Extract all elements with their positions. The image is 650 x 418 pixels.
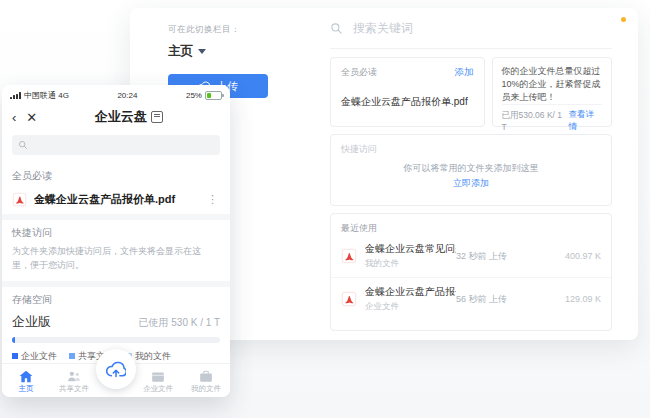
file-size: 400.97 K xyxy=(546,251,601,261)
home-icon xyxy=(19,370,33,383)
tab-shared-files[interactable]: 共享文件 xyxy=(54,370,94,394)
recent-card: 最近使用 金蝶企业云盘常见问题（20181114修订）.pdf 我的文件 32 … xyxy=(330,213,612,331)
legend-swatch-shared xyxy=(69,353,75,359)
close-icon[interactable]: ✕ xyxy=(26,111,37,124)
org-switch-icon[interactable] xyxy=(151,111,163,123)
usage-detail-link[interactable]: 查看详情 xyxy=(568,109,602,133)
file-size: 129.09 K xyxy=(546,294,601,304)
search-icon xyxy=(18,140,28,150)
signal-icon xyxy=(10,92,21,99)
quick-access-title: 快捷访问 xyxy=(341,143,601,156)
tab-home[interactable]: 主页 xyxy=(6,370,46,394)
briefcase-icon xyxy=(199,370,213,383)
recent-title: 最近使用 xyxy=(331,222,611,235)
quick-access-empty-text: 你可以将常用的文件夹添加到这里 xyxy=(331,161,611,176)
clock-label: 20:24 xyxy=(117,91,137,100)
folder-icon xyxy=(151,370,165,383)
status-bar: 中国联通 4G 20:24 25% xyxy=(2,85,230,103)
desktop-search-bar[interactable] xyxy=(330,8,612,48)
plan-name: 企业版 xyxy=(12,313,51,331)
file-location: 我的文件 xyxy=(365,258,456,270)
more-menu-icon[interactable]: ⋮ xyxy=(205,193,220,206)
add-link[interactable]: 添加 xyxy=(455,66,474,79)
legend-label: 企业文件 xyxy=(21,350,57,363)
legend-swatch-enterprise xyxy=(12,353,18,359)
section-switcher[interactable]: 主页 xyxy=(168,43,330,60)
tab-my-files[interactable]: 我的文件 xyxy=(186,370,226,394)
pdf-icon xyxy=(341,291,357,307)
page-title: 企业云盘 xyxy=(95,108,147,126)
mobile-navbar: ‹ ✕ 企业云盘 xyxy=(2,103,230,131)
quick-access-add-link[interactable]: 立即添加 xyxy=(453,178,489,188)
people-icon xyxy=(67,370,81,383)
pdf-icon xyxy=(12,192,27,207)
section-switcher-label: 主页 xyxy=(168,43,193,60)
file-name: 金蝶企业云盘常见问题（20181114修订）.pdf xyxy=(365,242,456,256)
file-location: 企业文件 xyxy=(365,301,456,313)
tab-label: 主页 xyxy=(19,384,34,394)
file-time: 56 秒前 上传 xyxy=(456,293,546,306)
battery-percent: 25% xyxy=(186,91,202,100)
tab-label: 我的文件 xyxy=(191,384,221,394)
quick-access-desc: 为文件夹添加快捷访问后，文件夹将会显示在这里，便于您访问。 xyxy=(12,244,220,281)
desktop-main: 全员必读 添加 金蝶企业云盘产品报价单.pdf 你的企业文件总量仅超过10%的企… xyxy=(330,8,612,340)
must-read-card: 全员必读 添加 金蝶企业云盘产品报价单.pdf xyxy=(330,57,485,127)
sidebar-hint: 可在此切换栏目： xyxy=(168,24,330,36)
usage-text: 已使用 530 K / 1 T xyxy=(138,316,220,330)
mobile-window: 中国联通 4G 20:24 25% ‹ ✕ 企业云盘 全员必读 金蝶企业云盘产品… xyxy=(2,85,230,397)
must-read-file[interactable]: 金蝶企业云盘产品报价单.pdf xyxy=(341,95,474,109)
usage-row: 已用530.06 K/ 1 T 查看详情 xyxy=(502,104,602,136)
table-row[interactable]: 金蝶企业云盘常见问题（20181114修订）.pdf 我的文件 32 秒前 上传… xyxy=(331,235,611,277)
usage-notice: 你的企业文件总量仅超过10%的企业，赶紧督促成员来上传吧！ xyxy=(502,65,602,104)
chevron-down-icon xyxy=(198,49,206,54)
upload-cloud-icon xyxy=(106,361,126,378)
quick-access-card: 快捷访问 你可以将常用的文件夹添加到这里 立即添加 xyxy=(330,134,612,206)
must-read-title: 全员必读 xyxy=(12,163,220,187)
back-icon[interactable]: ‹ xyxy=(12,111,16,124)
usage-text: 已用530.06 K/ 1 T xyxy=(502,110,569,132)
tab-enterprise-files[interactable]: 企业文件 xyxy=(138,370,178,394)
pdf-icon xyxy=(341,248,357,264)
quick-access-title: 快捷访问 xyxy=(12,220,220,244)
mobile-search-bar[interactable] xyxy=(12,135,220,155)
file-time: 32 秒前 上传 xyxy=(456,250,546,263)
file-name: 金蝶企业云盘产品报价单.pdf xyxy=(365,285,456,299)
upload-fab-button[interactable] xyxy=(96,349,136,389)
storage-title: 存储空间 xyxy=(12,287,220,311)
table-row[interactable]: 金蝶企业云盘产品报价单.pdf 企业文件 56 秒前 上传 129.09 K xyxy=(331,277,611,320)
list-item[interactable]: 金蝶企业云盘产品报价单.pdf ⋮ xyxy=(12,187,220,214)
company-status-card: 你的企业文件总量仅超过10%的企业，赶紧督促成员来上传吧！ 已用530.06 K… xyxy=(492,57,612,127)
tab-label: 共享文件 xyxy=(59,384,89,394)
search-input[interactable] xyxy=(351,20,555,36)
legend-label: 我的文件 xyxy=(135,350,171,363)
carrier-label: 中国联通 4G xyxy=(24,90,69,101)
search-icon xyxy=(330,22,343,35)
file-name: 金蝶企业云盘产品报价单.pdf xyxy=(34,192,198,207)
search-divider xyxy=(330,48,612,49)
notification-dot xyxy=(621,17,626,22)
battery-icon xyxy=(205,91,222,100)
tab-label: 企业文件 xyxy=(143,384,173,394)
